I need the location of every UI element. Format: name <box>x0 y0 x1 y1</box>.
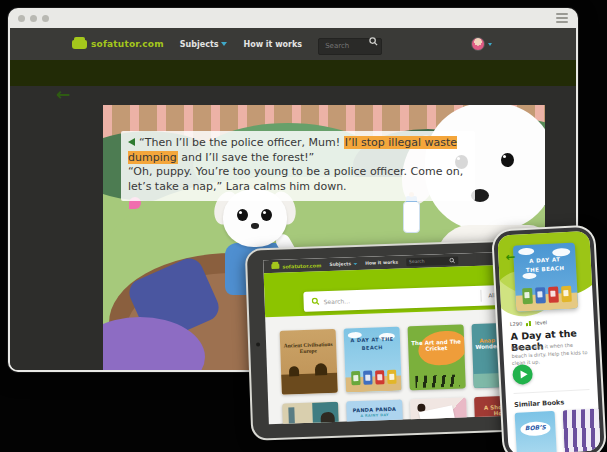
couch-icon <box>72 40 87 49</box>
nav-item-subjects[interactable]: Subjects <box>329 261 357 267</box>
scene-puppy-nose <box>251 223 259 229</box>
nav-item-how-it-works[interactable]: How it works <box>243 40 302 49</box>
nav-item-subjects[interactable]: Subjects <box>180 40 228 49</box>
phone-screen: ← A DAY ATTHE BEACH L290 level A Day at … <box>497 231 600 452</box>
book-cover-scandal-in-bohemia[interactable]: Sherlock Holmes A SCANDAL IN BOHEMIA <box>282 402 340 424</box>
book-title: Sherlock Holmes <box>282 402 339 424</box>
nav-item-label: How it works <box>243 40 302 49</box>
window-controls[interactable] <box>18 15 49 22</box>
book-title: The Art and The Cricket <box>408 324 465 352</box>
window-control-dot[interactable] <box>42 15 49 22</box>
search-icon <box>369 37 378 46</box>
similar-book-birch[interactable] <box>563 408 601 452</box>
marketing-composite: sofatutor.com Subjects How it works <box>0 0 607 452</box>
logo-text: sofatutor.com <box>91 39 164 49</box>
book-title: A DAY ATTHE BEACH <box>513 243 576 276</box>
hamburger-icon[interactable] <box>556 13 568 23</box>
page-header-band <box>10 60 576 86</box>
back-arrow-icon[interactable]: ← <box>56 86 70 103</box>
logo-text[interactable]: sofatutor.com <box>282 262 321 269</box>
sofatutor-logo[interactable]: sofatutor.com <box>72 39 164 49</box>
search-icon <box>311 297 319 305</box>
search-placeholder: Search <box>409 259 425 265</box>
story-text: “Then I’ll be the police officer, Mum! <box>139 136 344 149</box>
window-control-dot[interactable] <box>18 15 25 22</box>
cover-art <box>415 375 459 389</box>
nav-item-label: Subjects <box>180 40 219 49</box>
nav-item-label: Subjects <box>329 261 351 267</box>
user-menu[interactable] <box>471 37 492 51</box>
level-label: level <box>535 319 547 326</box>
book-title: Ancient Civilisations Europe <box>280 329 337 355</box>
story-text-box: “Then I’ll be the police officer, Mum! I… <box>121 131 475 201</box>
scene-puppy-eye <box>261 209 272 221</box>
divider <box>480 290 481 302</box>
tablet-camera <box>256 342 260 346</box>
search-icon <box>449 257 455 263</box>
book-cover-ancient-civilisations[interactable]: Ancient Civilisations Europe <box>280 329 338 395</box>
cover-art <box>345 376 401 393</box>
level-icon <box>526 320 531 325</box>
search-placeholder: Search... <box>324 292 474 304</box>
divider <box>514 389 590 394</box>
cover-art <box>515 292 578 311</box>
browser-titlebar <box>8 8 578 28</box>
tablet-nav-search[interactable]: Search <box>406 256 458 266</box>
similar-book-bobs[interactable]: BOB’S <box>515 411 557 452</box>
scene-puppy-eye <box>237 209 248 221</box>
couch-icon <box>271 264 279 269</box>
avatar <box>471 37 485 51</box>
nav-item-how-it-works[interactable]: How it works <box>365 260 398 266</box>
book-cover-panda-panda[interactable]: PANDA PANDA A RAINY DAY <box>346 400 404 425</box>
site-navbar: sofatutor.com Subjects How it works <box>10 28 576 60</box>
phone-book-cover[interactable]: A DAY ATTHE BEACH <box>513 243 578 312</box>
book-title: PANDA PANDA <box>346 400 402 414</box>
cover-art <box>281 373 338 395</box>
book-subtitle: A RAINY DAY <box>347 413 403 419</box>
level-row: L290 level <box>510 319 547 327</box>
story-text: “Oh, puppy. You’re too young to be a pol… <box>128 165 463 193</box>
scene-baby-bottle <box>403 201 420 233</box>
caret-down-icon <box>353 263 357 265</box>
nav-item-label: How it works <box>365 260 398 266</box>
similar-books-heading: Similar Books <box>514 398 564 409</box>
caret-down-icon <box>488 43 492 46</box>
caret-down-icon <box>221 42 227 46</box>
window-control-dot[interactable] <box>30 15 37 22</box>
nav-search <box>318 33 382 55</box>
phone-bezel: ← A DAY ATTHE BEACH L290 level A Day at … <box>493 227 605 452</box>
story-text: and I’ll save the forest!” <box>178 151 315 164</box>
similar-books-row: BOB’S <box>515 408 601 452</box>
level-code: L290 <box>510 320 523 327</box>
scene-mum-dog-eye <box>501 153 514 167</box>
book-cover-art-and-cricket[interactable]: The Art and The Cricket <box>408 324 466 390</box>
play-button[interactable] <box>512 364 533 385</box>
book-title: A DAY AT THE BEACH <box>344 327 401 353</box>
phone-device: ← A DAY ATTHE BEACH L290 level A Day at … <box>491 224 607 452</box>
cover-art <box>360 420 390 424</box>
book-cover-busy-semester[interactable]: A Busy Semester <box>410 397 468 424</box>
book-title: BOB’S <box>515 411 556 432</box>
back-arrow-icon[interactable]: ← <box>505 251 516 264</box>
book-cover-day-at-the-beach[interactable]: A DAY AT THE BEACH <box>344 327 402 393</box>
speech-marker-icon <box>128 138 135 146</box>
